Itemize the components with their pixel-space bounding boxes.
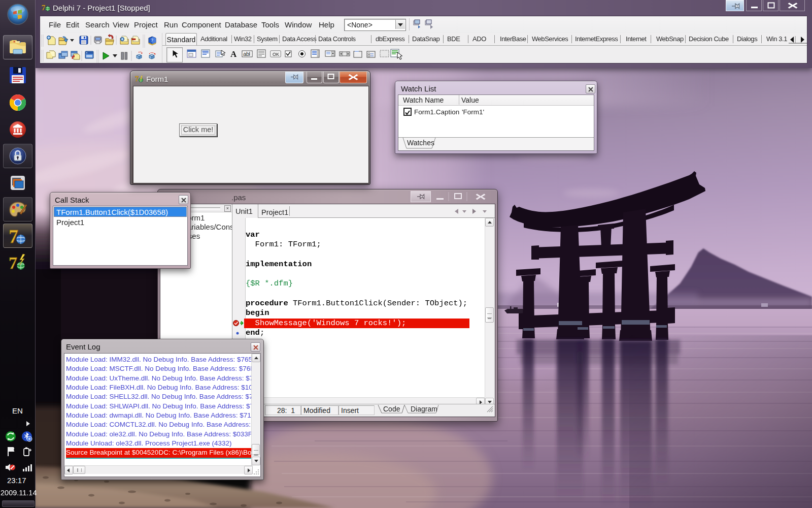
- svg-text:OK: OK: [273, 52, 279, 57]
- svg-text:A: A: [230, 49, 237, 59]
- svg-text:7: 7: [9, 253, 17, 272]
- svg-text:7: 7: [42, 4, 46, 12]
- svg-text:7: 7: [135, 75, 139, 83]
- svg-text:?: ?: [151, 38, 153, 43]
- svg-text:ab: ab: [243, 51, 249, 57]
- svg-text:7: 7: [9, 226, 18, 246]
